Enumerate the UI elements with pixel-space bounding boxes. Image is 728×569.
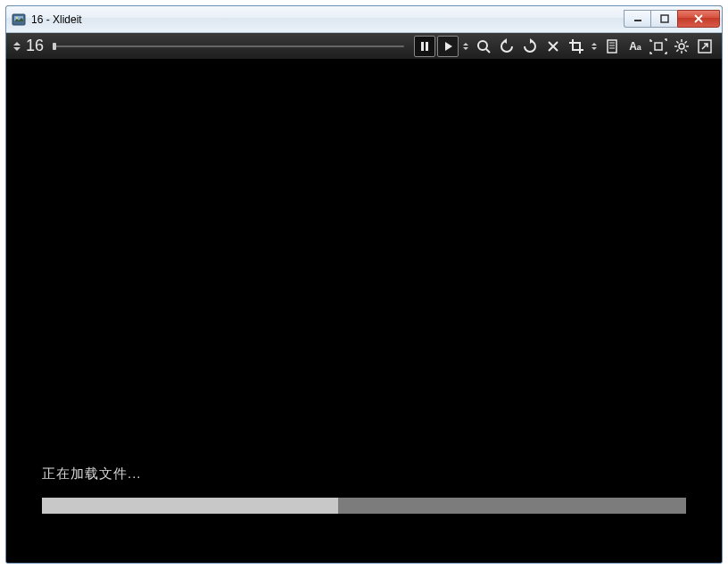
close-button[interactable] <box>677 10 720 28</box>
zoom-stepper[interactable] <box>461 37 470 56</box>
settings-button[interactable] <box>671 36 692 57</box>
svg-line-22 <box>676 49 678 51</box>
maximize-button[interactable] <box>650 10 677 28</box>
delete-button[interactable] <box>542 36 564 57</box>
svg-rect-5 <box>421 42 424 51</box>
open-external-button[interactable] <box>694 36 716 57</box>
toolbar: 16 <box>6 33 722 60</box>
stepper-up-icon <box>13 42 21 45</box>
text-button[interactable]: Aa <box>625 36 646 57</box>
svg-line-20 <box>685 49 687 51</box>
chevron-up-icon <box>463 43 468 45</box>
svg-rect-3 <box>634 20 641 21</box>
stepper-down-icon <box>13 47 21 51</box>
rotate-ccw-button[interactable] <box>496 36 517 57</box>
play-button[interactable] <box>437 36 459 57</box>
fit-screen-button[interactable] <box>648 36 669 57</box>
window-title: 16 - Xlideit <box>31 13 82 26</box>
titlebar[interactable]: 16 - Xlideit <box>6 6 722 33</box>
chevron-down-icon <box>592 47 597 50</box>
svg-line-19 <box>676 41 678 43</box>
loading-progress-fill <box>42 498 338 514</box>
loading-progress <box>42 498 686 514</box>
viewport[interactable]: 正在加载文件... <box>6 60 722 563</box>
chevron-up-icon <box>592 43 597 45</box>
svg-point-2 <box>16 17 18 19</box>
svg-rect-6 <box>426 42 428 51</box>
loading-label: 正在加载文件... <box>42 466 142 482</box>
app-window: 16 - Xlideit 16 <box>0 0 728 569</box>
rotate-cw-button[interactable] <box>519 36 541 57</box>
file-stepper[interactable] <box>12 37 22 56</box>
window-frame: 16 - Xlideit 16 <box>5 5 723 564</box>
svg-point-14 <box>679 44 684 49</box>
zoom-button[interactable] <box>473 36 494 57</box>
seek-thumb[interactable] <box>53 43 56 50</box>
svg-point-7 <box>478 41 487 50</box>
seek-slider[interactable] <box>53 45 404 47</box>
svg-rect-4 <box>661 15 668 22</box>
minimize-button[interactable] <box>624 10 650 28</box>
svg-rect-9 <box>608 40 616 53</box>
app-icon <box>12 12 26 27</box>
document-button[interactable] <box>601 36 623 57</box>
svg-rect-13 <box>655 43 662 50</box>
svg-line-8 <box>486 49 490 53</box>
svg-line-21 <box>685 41 687 43</box>
crop-button[interactable] <box>566 36 587 57</box>
window-controls <box>624 10 720 28</box>
chevron-down-icon <box>463 47 468 50</box>
pause-button[interactable] <box>414 36 435 57</box>
text-icon: Aa <box>629 40 641 53</box>
sort-stepper[interactable] <box>590 37 599 56</box>
file-number: 16 <box>26 37 44 55</box>
